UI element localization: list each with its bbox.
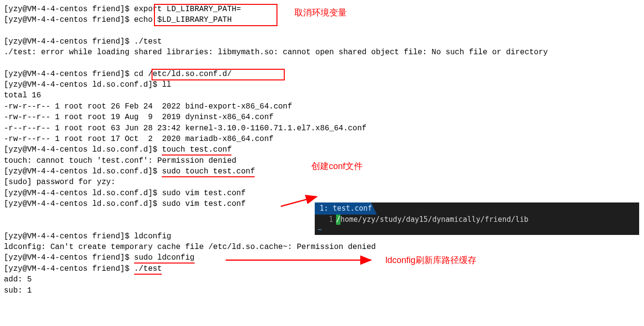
terminal-line: [yzy@VM-4-4-centos friend]$ ./test [4,264,640,274]
cmd-sudo-vim: sudo vim test.conf [162,189,245,198]
cmd-sudo-ldconfig: sudo ldconfig [134,253,195,264]
terminal-line: [yzy@VM-4-4-centos friend]$ cd /etc/ld.s… [4,69,640,79]
vim-content-line: /home/yzy/study/day15/dynamically/friend… [336,215,528,225]
cmd-sudo-vim: sudo vim test.conf [162,200,245,208]
cmd-run-test: ./test [134,37,162,46]
terminal-line: [yzy@VM-4-4-centos friend]$ ldconfig [4,231,640,242]
terminal-output: [sudo] password for yzy: [4,177,640,187]
cmd-touch: touch test.conf [162,145,231,155]
vim-tab: 1: test.conf [315,202,377,215]
terminal-line: [yzy@VM-4-4-centos ld.so.conf.d]$ touch … [4,144,640,155]
file-listing-row: -rw-r--r-- 1 root root 19 Aug 9 2019 dyn… [4,112,640,123]
cmd-sudo-touch: sudo touch test.conf [162,167,255,177]
annotation-create-conf: 创建conf文件 [311,160,363,172]
highlight-box-export [154,4,277,26]
terminal-output: total 16 [4,90,640,101]
highlight-box-cd [152,69,285,80]
terminal-output: add: 5 [4,274,640,285]
cmd-run-test-final: ./test [134,264,162,275]
cmd-ldconfig: ldconfig [134,232,171,241]
annotation-unset-env: 取消环境变量 [294,7,347,19]
vim-gutter: 1 [315,215,336,225]
terminal-line: [yzy@VM-4-4-centos friend]$ ./test [4,36,640,47]
vim-editor-panel: 1: test.conf 1 /home/yzy/study/day15/dyn… [315,202,639,235]
cmd-ll: ll [162,80,171,89]
vim-cursor: / [336,215,340,225]
file-listing-row: -rw-r--r-- 1 root root 26 Feb 24 2022 bi… [4,101,640,112]
file-listing-row: -rw-r--r-- 1 root root 17 Oct 2 2020 mar… [4,134,640,144]
terminal-line: [yzy@VM-4-4-centos friend]$ sudo ldconfi… [4,252,640,263]
file-listing-row: -r--r--r-- 1 root root 63 Jun 28 23:42 k… [4,123,640,134]
terminal-output-error: ldconfig: Can't create temporary cache f… [4,242,640,252]
terminal-output-error: ./test: error while loading shared libra… [4,47,640,58]
terminal-line: [yzy@VM-4-4-centos ld.so.conf.d]$ sudo v… [4,188,640,199]
terminal-line: [yzy@VM-4-4-centos ld.so.conf.d]$ ll [4,79,640,90]
terminal-output: sub: 1 [4,285,640,296]
